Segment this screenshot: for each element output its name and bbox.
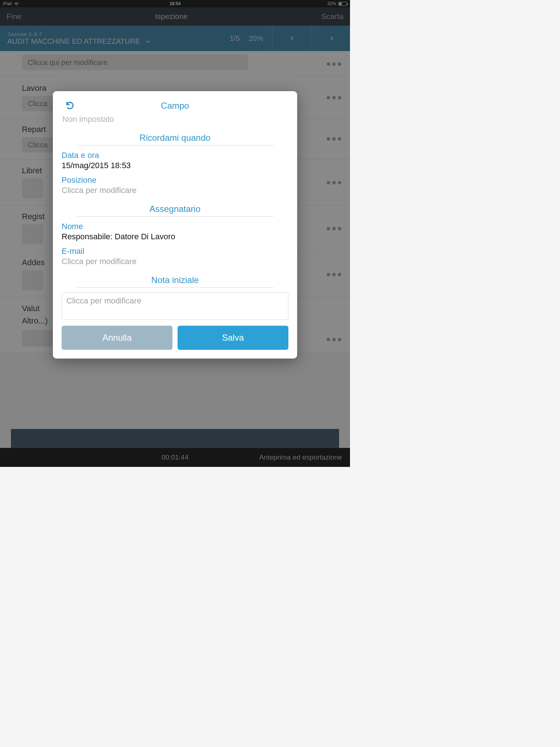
value-datetime[interactable]: 15/mag/2015 18:53 (62, 161, 288, 170)
section-remind: Ricordami quando (76, 133, 274, 146)
label-position: Posizione (62, 175, 288, 185)
label-email: E-mail (62, 247, 288, 256)
input-email[interactable]: Clicca per modificare (62, 257, 288, 266)
undo-icon (65, 101, 75, 110)
field-modal: Campo Non impostato Ricordami quando Dat… (53, 91, 297, 359)
input-position[interactable]: Clicca per modificare (62, 186, 288, 195)
value-name[interactable]: Responsabile: Datore Di Lavoro (62, 232, 288, 241)
modal-title: Campo (161, 101, 189, 111)
section-note: Nota iniziale (76, 275, 274, 288)
section-assignee: Assegnatario (76, 204, 274, 217)
cancel-button[interactable]: Annulla (62, 326, 172, 350)
back-button[interactable] (65, 101, 75, 112)
label-datetime: Data e ora (62, 151, 288, 160)
note-input[interactable]: Clicca per modificare (62, 292, 288, 320)
save-button[interactable]: Salva (178, 326, 288, 350)
not-set-label: Non impostato (62, 115, 288, 124)
label-name: Nome (62, 222, 288, 231)
